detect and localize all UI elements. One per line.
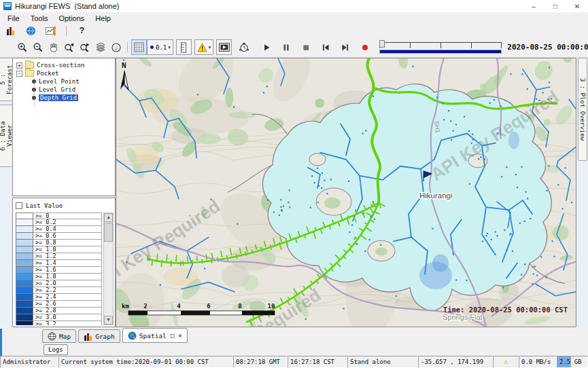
legend-color-scale: >= 0>= 0.2>= 0.4>= 0.6>= 0.8>= 1.0>= 1.2… <box>16 213 102 325</box>
play-icon <box>262 43 271 52</box>
time-slider-track[interactable] <box>379 42 502 48</box>
minimize-button[interactable]: – <box>523 0 544 12</box>
tree-item-label-selected[interactable]: Depth Grid <box>39 94 78 101</box>
legend-row: >= 0.8 <box>16 240 102 246</box>
skip-to-start-button[interactable] <box>317 39 333 55</box>
tree-expander-icon[interactable]: - <box>16 71 22 77</box>
help-button[interactable]: ? <box>74 23 90 39</box>
record-icon <box>360 43 370 52</box>
tab-graph[interactable]: Graph <box>78 329 120 343</box>
zoom-previous-button[interactable] <box>61 39 77 55</box>
tab-maximize-icon[interactable]: □ <box>171 332 174 339</box>
legend-threshold-label: >= 1.2 <box>33 253 102 260</box>
svg-text:4: 4 <box>177 303 181 310</box>
scroll-down-icon[interactable]: ▼ <box>104 316 113 325</box>
legend-threshold-label: >= 0 <box>33 213 102 219</box>
map-display-button[interactable] <box>23 23 39 39</box>
status-warning[interactable]: ⚠ <box>493 356 519 368</box>
map-toolbar: i 0.1 ▾ ▾ <box>0 37 588 58</box>
tree-item-depth-grid[interactable]: Depth Grid <box>13 94 115 102</box>
tree-item-pocket[interactable]: - Pocket <box>13 69 115 77</box>
legend-row: >= 1.0 <box>16 246 102 253</box>
scrollbar-thumb[interactable] <box>104 223 113 242</box>
menu-help[interactable]: Help <box>90 14 116 22</box>
maximize-button[interactable]: □ <box>544 0 566 12</box>
last-value-checkbox[interactable] <box>16 202 22 209</box>
legend-row: >= 2.2 <box>16 287 102 294</box>
info-button[interactable]: i <box>108 39 124 55</box>
legend-scrollbar[interactable]: ▲ ▼ <box>103 213 114 325</box>
warning-dropdown[interactable]: ▾ <box>194 39 214 55</box>
timeseries-icon <box>46 26 56 36</box>
legend-threshold-label: >= 2.8 <box>33 308 102 314</box>
toolbar-separator <box>127 42 128 52</box>
tree-item-label[interactable]: Cross-section <box>37 62 84 69</box>
label-toggle-button[interactable] <box>176 39 192 55</box>
legend-threshold-label: >= 3.0 <box>33 314 102 321</box>
zoom-in-icon <box>17 42 28 53</box>
globe-icon <box>26 26 36 36</box>
zoom-next-button[interactable] <box>77 39 92 55</box>
tree-item-label[interactable]: Level Grid <box>39 86 75 93</box>
main-toolbar: ? <box>0 24 588 37</box>
status-user: Administrator <box>0 356 58 368</box>
status-system-time: Current system time:2020-09-01 00:00 CST <box>58 356 233 368</box>
title-bar: Hikurangi FEWS (Stand alone) – □ ✕ <box>0 0 588 12</box>
tree-item-label[interactable]: Pocket <box>37 70 59 77</box>
menu-tools[interactable]: Tools <box>25 14 54 22</box>
skip-start-icon <box>321 43 330 52</box>
threshold-dropdown[interactable]: 0.1 ▾ <box>147 39 173 55</box>
tab-plot-overview[interactable]: 3 : Plot Overview <box>578 58 587 161</box>
stop-button[interactable] <box>298 39 313 55</box>
dropdown-caret-icon: ▾ <box>168 45 171 50</box>
tree-item-level-grid[interactable]: Level Grid <box>13 86 115 94</box>
tab-spatial[interactable]: Spatial □ ✕ <box>122 328 188 343</box>
legend-color-swatch <box>16 226 33 233</box>
status-mode: Stand alone <box>347 356 418 368</box>
toolbar-separator <box>66 26 67 36</box>
legend-color-swatch <box>16 233 33 240</box>
status-warning-icon: ⚠ <box>504 358 508 365</box>
tree-item-label[interactable]: Level Point <box>39 78 80 85</box>
legend-threshold-label: >= 0.4 <box>33 226 102 233</box>
last-value-label: Last Value <box>26 202 63 209</box>
record-button[interactable] <box>357 39 373 55</box>
tree-expander-icon[interactable]: + <box>16 62 22 69</box>
zoom-in-button[interactable] <box>14 39 30 55</box>
grid-display-button[interactable] <box>131 39 147 55</box>
tab-close-icon[interactable]: ✕ <box>178 332 181 339</box>
tab-logs[interactable]: Logs <box>44 344 68 355</box>
skip-to-end-button[interactable] <box>337 39 353 55</box>
explorer-button[interactable] <box>3 23 19 39</box>
layers-button[interactable] <box>92 39 108 55</box>
legend-threshold-label: >= 1.0 <box>33 246 102 253</box>
pan-button[interactable] <box>46 39 61 55</box>
map-canvas[interactable]: API Key Required API Key Required API Ke… <box>116 58 576 327</box>
animation-settings-button[interactable] <box>236 39 252 55</box>
legend-color-swatch <box>16 274 33 280</box>
left-tab-strip: 5 : Forecast 6 : Data Viewer <box>0 58 12 327</box>
svg-text:8: 8 <box>238 303 241 310</box>
wireframe-globe-icon <box>48 332 56 341</box>
tab-spatial-label: Spatial <box>139 332 167 339</box>
time-slider[interactable] <box>379 40 502 55</box>
close-button[interactable]: ✕ <box>566 0 588 12</box>
grid-icon <box>134 42 144 52</box>
movie-export-button[interactable] <box>216 39 232 55</box>
zoom-out-button[interactable] <box>30 39 46 55</box>
timeseries-dialog-button[interactable] <box>43 23 58 39</box>
menu-bar: File Tools Options Help <box>0 12 588 24</box>
legend-color-swatch <box>16 246 33 253</box>
menu-options[interactable]: Options <box>53 14 90 22</box>
scroll-up-icon[interactable]: ▲ <box>104 213 113 222</box>
tab-map[interactable]: Map <box>42 329 76 343</box>
legend-threshold-label: >= 0.6 <box>33 233 102 240</box>
menu-file[interactable]: File <box>2 14 25 22</box>
play-button[interactable] <box>258 39 274 55</box>
legend-row: >= 2.8 <box>16 308 102 314</box>
pause-button[interactable] <box>278 39 294 55</box>
time-slider-handle[interactable] <box>379 40 385 48</box>
zoom-previous-icon <box>64 42 75 53</box>
map-view[interactable]: API Key Required API Key Required API Ke… <box>116 58 576 327</box>
tree-item-level-point[interactable]: Level Point <box>13 77 115 86</box>
